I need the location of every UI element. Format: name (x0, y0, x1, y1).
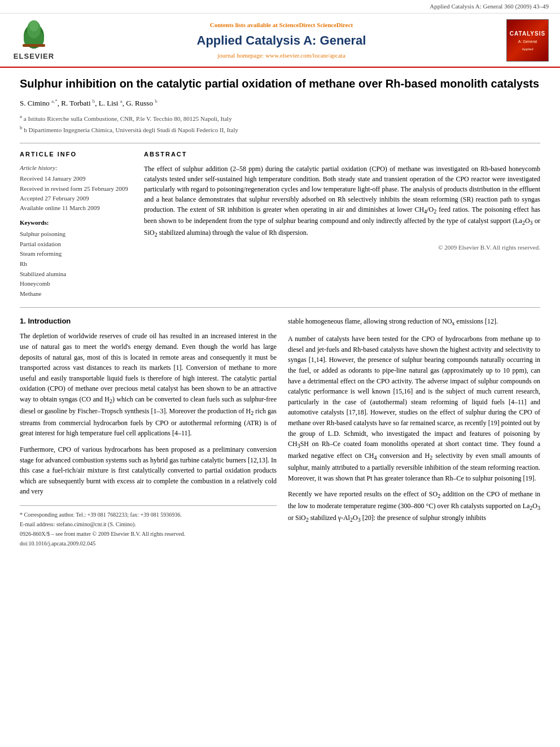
top-citation-bar: Applied Catalysis A: General 360 (2009) … (0, 0, 560, 14)
received-date: Received 14 January 2009 (20, 174, 133, 183)
keyword-1: Sulphur poisoning (20, 229, 133, 239)
received-revised-date: Received in revised form 25 February 200… (20, 185, 133, 193)
catalysis-title: CATALYSIS (510, 30, 545, 38)
journal-title: Applied Catalysis A: General (56, 32, 506, 50)
article-info-abstract-section: ARTICLE INFO Article history: Received 1… (20, 143, 540, 299)
intro-para-1: The depletion of worldwide reserves of c… (20, 331, 277, 439)
abstract-label: ABSTRACT (144, 150, 540, 159)
elsevier-logo: ELSEVIER (11, 19, 56, 62)
journal-header-center: Contents lists available at ScienceDirec… (56, 21, 506, 60)
keyword-2: Partial oxidation (20, 239, 133, 250)
keyword-6: Honeycomb (20, 279, 133, 289)
citation-text: Applied Catalysis A: General 360 (2009) … (430, 3, 549, 10)
introduction-section: 1. Introduction The depletion of worldwi… (20, 316, 540, 549)
section-title: Introduction (28, 317, 71, 325)
catalysis-subtitle: A: General (518, 39, 537, 45)
keyword-3: Steam reforming (20, 249, 133, 259)
intro-right-para-2: A number of catalysts have been tested f… (288, 334, 540, 483)
abstract-text: The effect of sulphur addition (2–58 ppm… (144, 164, 540, 239)
section-number: 1. (20, 317, 26, 325)
history-title: Article history: (20, 164, 133, 172)
keyword-7: Methane (20, 289, 133, 299)
elsevier-text: ELSEVIER (14, 51, 54, 62)
footnote-corresponding: * Corresponding author. Tel.: +39 081 76… (20, 510, 277, 519)
article-title: Sulphur inhibition on the catalytic part… (20, 76, 540, 91)
journal-homepage: journal homepage: www.elsevier.com/locat… (56, 51, 506, 60)
abstract-column: ABSTRACT The effect of sulphur addition … (144, 150, 540, 299)
footnote-email: E-mail address: stefano.cimino@cnr.it (S… (20, 520, 277, 528)
svg-rect-6 (23, 44, 45, 47)
article-info-label: ARTICLE INFO (20, 150, 133, 159)
intro-right-column: stable homogeneous flame, allowing stron… (288, 316, 540, 549)
footnote-doi: doi:10.1016/j.apcata.2009.02.045 (20, 539, 277, 548)
catalysis-badge: CATALYSIS A: General Applied (506, 19, 549, 62)
keyword-5: Stabilized alumina (20, 269, 133, 279)
keywords-list: Sulphur poisoning Partial oxidation Stea… (20, 229, 133, 299)
affiliation-b: b b Dipartimento Ingegneria Chimica, Uni… (20, 124, 540, 134)
section-divider (20, 307, 540, 308)
intro-right-para-3: Recently we have reported results on the… (288, 489, 540, 525)
footnotes: * Corresponding author. Tel.: +39 081 76… (20, 505, 277, 548)
intro-para-2: Furthermore, CPO of various hydrocarbons… (20, 444, 277, 497)
journal-header: ELSEVIER Contents lists available at Sci… (0, 14, 560, 67)
page-wrapper: Applied Catalysis A: General 360 (2009) … (0, 0, 560, 747)
abstract-copyright: © 2009 Elsevier B.V. All rights reserved… (144, 243, 540, 252)
accepted-date: Accepted 27 February 2009 (20, 194, 133, 203)
sciencedirect-text: Contents lists available at ScienceDirec… (56, 21, 506, 29)
keyword-4: Rh (20, 259, 133, 269)
elsevier-tree-icon (17, 19, 51, 50)
intro-left-column: 1. Introduction The depletion of worldwi… (20, 316, 277, 549)
footnote-issn: 0926-860X/$ – see front matter © 2009 El… (20, 530, 277, 538)
journal-homepage-url[interactable]: www.elsevier.com/locate/apcata (265, 52, 345, 59)
introduction-heading: 1. Introduction (20, 316, 277, 326)
catalysis-extra: Applied (522, 47, 533, 51)
available-online-date: Available online 11 March 2009 (20, 204, 133, 212)
authors: S. Cimino a,*, R. Torbati b, L. Lisi a, … (20, 98, 540, 109)
article-info-column: ARTICLE INFO Article history: Received 1… (20, 150, 133, 299)
authors-text: S. Cimino a,*, R. Torbati b, L. Lisi a, … (20, 99, 158, 107)
article-history: Article history: Received 14 January 200… (20, 164, 133, 213)
article-body: Sulphur inhibition on the catalytic part… (0, 68, 560, 560)
keywords-section: Keywords: Sulphur poisoning Partial oxid… (20, 219, 133, 299)
keywords-title: Keywords: (20, 219, 133, 227)
intro-right-para-1: stable homogeneous flame, allowing stron… (288, 316, 540, 328)
affiliation-a: a a Istituto Ricerche sulla Combustione,… (20, 113, 540, 123)
svg-point-5 (29, 20, 38, 32)
affiliations: a a Istituto Ricerche sulla Combustione,… (20, 113, 540, 134)
